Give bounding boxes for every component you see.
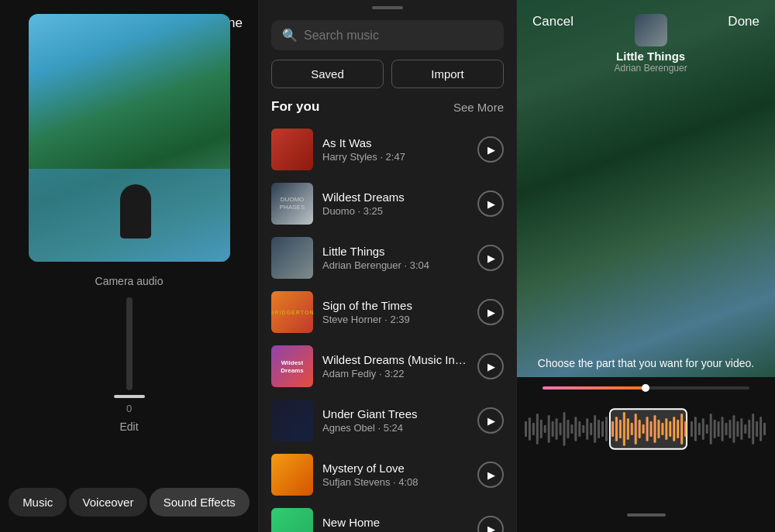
svg-rect-27 (627, 418, 629, 440)
svg-rect-26 (623, 412, 625, 446)
music-subtitle: Adrian Berenguer · 3:04 (322, 259, 468, 271)
play-button[interactable]: ▶ (477, 353, 504, 379)
play-icon: ▶ (487, 523, 495, 533)
play-button[interactable]: ▶ (477, 462, 504, 488)
music-subtitle: Steve Horner · 2:39 (322, 314, 468, 325)
search-icon: 🔍 (282, 28, 298, 43)
album-art-new-home (271, 508, 313, 532)
tab-sound-effects[interactable]: Sound Effects (150, 488, 250, 517)
music-info: Under Giant Trees Agnes Obel · 5:24 (322, 407, 468, 434)
playback-dot (642, 384, 649, 392)
play-button[interactable]: ▶ (477, 407, 504, 434)
search-bar[interactable]: 🔍 (271, 20, 504, 50)
trim-done-button[interactable]: Done (728, 14, 760, 29)
list-item[interactable]: Under Giant Trees Agnes Obel · 5:24 ▶ (259, 393, 516, 448)
tab-music[interactable]: Music (9, 488, 67, 517)
svg-rect-41 (680, 414, 683, 444)
svg-rect-17 (590, 423, 592, 435)
svg-rect-18 (594, 415, 596, 443)
play-button[interactable]: ▶ (477, 190, 504, 217)
svg-rect-2 (532, 423, 535, 435)
music-info: As It Was Harry Styles · 2:47 (322, 136, 468, 163)
album-art-under-giant (271, 400, 313, 441)
svg-rect-10 (563, 412, 566, 446)
music-subtitle: Duomo · 3:25 (322, 205, 468, 217)
svg-rect-28 (631, 423, 633, 435)
album-art-as-it-was (271, 129, 313, 170)
music-action-buttons: Saved Import (259, 60, 516, 99)
list-item[interactable]: Wildest Dreams Wildest Dreams (Music Ins… (259, 339, 516, 393)
svg-rect-6 (548, 415, 550, 443)
svg-rect-43 (691, 421, 693, 437)
svg-rect-39 (673, 417, 675, 441)
music-info: New Home Frozen Silence · 1:12 (322, 516, 468, 532)
play-icon: ▶ (487, 198, 495, 210)
svg-rect-0 (525, 421, 527, 437)
music-subtitle: Adam Fediy · 3:22 (322, 368, 468, 379)
bottom-tabs: Music Voiceover Sound Effects (0, 488, 258, 517)
album-art-wildest-inspired: Wildest Dreams (271, 345, 313, 387)
slider-handle[interactable] (114, 395, 145, 398)
trim-controls (517, 377, 775, 532)
svg-rect-32 (646, 417, 649, 441)
for-you-header: For you See More (259, 99, 516, 122)
video-preview (29, 14, 230, 262)
music-subtitle: Agnes Obel · 5:24 (322, 422, 468, 434)
tab-voiceover[interactable]: Voiceover (69, 488, 148, 517)
svg-rect-8 (556, 418, 558, 440)
trim-title-area: Little Things Adrian Berenguer (615, 14, 687, 74)
svg-rect-50 (718, 421, 720, 437)
music-title: Little Things (322, 245, 468, 258)
svg-rect-5 (544, 425, 546, 433)
list-item[interactable]: Mystery of Love Sufjan Stevens · 4:08 ▶ (259, 448, 516, 502)
svg-rect-60 (756, 421, 758, 437)
music-subtitle: Sufjan Stevens · 4:08 (322, 476, 468, 488)
svg-rect-7 (552, 421, 554, 437)
svg-rect-40 (677, 420, 679, 438)
svg-rect-3 (536, 414, 539, 444)
svg-rect-20 (601, 421, 604, 437)
svg-rect-14 (578, 421, 580, 437)
waveform-container[interactable] (517, 402, 775, 456)
svg-rect-49 (714, 420, 716, 438)
play-button[interactable]: ▶ (477, 136, 504, 163)
svg-rect-13 (574, 417, 577, 441)
music-info: Mystery of Love Sufjan Stevens · 4:08 (322, 462, 468, 488)
list-item[interactable]: DUOMOPHASES Wildest Dreams Duomo · 3:25 … (259, 177, 516, 231)
svg-rect-35 (657, 420, 660, 438)
album-art-sign-of-times: BRIDGERTON (271, 291, 313, 333)
svg-rect-11 (567, 420, 569, 438)
search-input[interactable] (304, 29, 493, 43)
playback-fill (542, 386, 646, 390)
music-info: Wildest Dreams (Music Inspired... Adam F… (322, 353, 468, 379)
drag-handle[interactable] (372, 6, 403, 9)
play-icon: ▶ (487, 307, 495, 318)
play-button[interactable]: ▶ (477, 299, 504, 325)
music-title: Wildest Dreams (Music Inspired... (322, 353, 468, 366)
list-item[interactable]: Little Things Adrian Berenguer · 3:04 ▶ (259, 231, 516, 285)
play-icon: ▶ (487, 469, 495, 481)
svg-rect-46 (702, 418, 704, 440)
trim-cancel-button[interactable]: Cancel (532, 14, 574, 29)
volume-slider[interactable]: 0 (114, 297, 145, 414)
import-button[interactable]: Import (391, 60, 504, 88)
music-title: Sign of the Times (322, 299, 468, 312)
svg-rect-21 (605, 417, 608, 441)
play-button[interactable]: ▶ (477, 516, 504, 532)
see-more-link[interactable]: See More (453, 101, 504, 114)
choose-part-text: Choose the part that you want for your v… (517, 357, 775, 369)
svg-rect-53 (728, 420, 731, 438)
music-subtitle: Harry Styles · 2:47 (322, 151, 468, 163)
playback-bar[interactable] (542, 386, 749, 390)
list-item[interactable]: BRIDGERTON Sign of the Times Steve Horne… (259, 285, 516, 339)
saved-button[interactable]: Saved (271, 60, 384, 88)
play-button[interactable]: ▶ (477, 245, 504, 271)
svg-rect-19 (598, 420, 600, 438)
list-item[interactable]: New Home Frozen Silence · 1:12 ▶ (259, 502, 516, 532)
svg-rect-55 (736, 421, 739, 437)
svg-rect-29 (635, 414, 637, 444)
svg-rect-62 (763, 423, 766, 435)
svg-rect-38 (669, 421, 671, 437)
svg-rect-44 (694, 417, 697, 441)
list-item[interactable]: As It Was Harry Styles · 2:47 ▶ (259, 122, 516, 177)
